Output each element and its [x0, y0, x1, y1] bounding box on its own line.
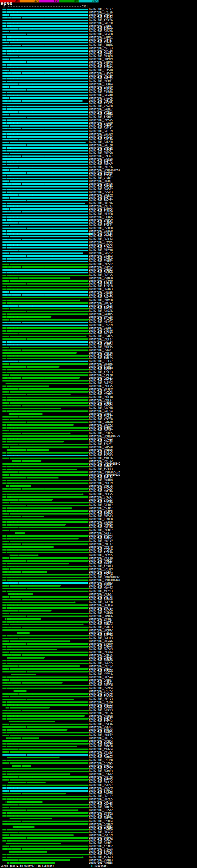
hit-bar[interactable] — [2, 491, 88, 492]
hit-bar[interactable] — [2, 361, 88, 362]
hit-label[interactable]: UniRef100_Q6K7E8 — [89, 803, 113, 806]
hit-bar[interactable] — [2, 399, 88, 401]
hit-bar[interactable] — [9, 818, 52, 819]
hit-bar[interactable] — [2, 662, 88, 664]
hit-label[interactable]: UniRef100_B9EZU8 — [89, 684, 113, 687]
hit-bar[interactable] — [2, 433, 70, 434]
hit-label[interactable]: UniRef100_B9T6U4 — [89, 623, 113, 626]
hit-bar[interactable] — [2, 798, 88, 800]
hit-label[interactable]: UniRef100_C5YV48 — [89, 792, 113, 795]
hit-bar[interactable] — [2, 380, 88, 381]
hit-label[interactable]: UniRef100_P0817D — [89, 99, 113, 102]
hit-label[interactable]: UniRef100_B7FJM8 — [89, 759, 113, 762]
hit-label[interactable]: UniRef100_Q8H3K6 — [89, 692, 113, 695]
hit-bar[interactable] — [2, 823, 88, 825]
hit-bar[interactable] — [2, 313, 88, 315]
hit-bar[interactable] — [2, 829, 88, 831]
hit-bar[interactable] — [2, 502, 88, 503]
hit-label[interactable]: UniRef100_B9G1V3 — [89, 698, 113, 701]
hit-bar[interactable] — [8, 782, 45, 783]
hit-label[interactable]: UniRef100_A2Y7G3 — [89, 801, 113, 803]
hit-label[interactable]: UniRef100_Q9M5D3 — [89, 404, 113, 407]
hit-bar[interactable] — [2, 388, 88, 390]
hit-bar[interactable] — [2, 577, 88, 578]
hit-bar[interactable] — [2, 291, 88, 293]
hit-label[interactable]: UniRef100_B9RZV7 — [89, 163, 113, 166]
hit-bar[interactable] — [2, 372, 88, 373]
hit-bar[interactable] — [2, 718, 88, 720]
hit-bar[interactable] — [7, 862, 55, 864]
hit-bar[interactable] — [2, 471, 88, 473]
hit-label[interactable]: UniRef100_Q39870 — [89, 86, 113, 88]
hit-bar[interactable] — [2, 557, 88, 559]
hit-label[interactable]: UniRef100_A1DCH9 — [89, 285, 113, 288]
hit-bar[interactable] — [2, 488, 88, 490]
hit-bar[interactable] — [2, 23, 88, 24]
hit-bar[interactable] — [2, 596, 88, 598]
hit-label[interactable]: UniRef100_A7QFL9 — [89, 548, 113, 551]
hit-bar[interactable] — [2, 64, 88, 66]
hit-label[interactable]: UniRef100_Q9SPC9 — [89, 219, 113, 221]
hit-label[interactable]: UniRef100_Q8W496 — [89, 183, 113, 185]
hit-bar[interactable] — [2, 723, 88, 725]
hit-label[interactable]: UniRef100_B7Z176 — [89, 11, 113, 13]
hit-label[interactable]: UniRef100_Q76172 — [89, 379, 113, 382]
hit-label[interactable]: UniRef100_B9FN87 — [89, 529, 113, 532]
hit-label[interactable]: UniRef100_Q9LUW0 — [89, 271, 113, 274]
hit-label[interactable]: UniRef100_B6SX22 — [89, 704, 113, 706]
hit-label[interactable]: UniRef100_Q4JME6 — [89, 113, 113, 116]
hit-label[interactable]: UniRef100_Q93WZ2 — [89, 269, 113, 271]
hit-bar[interactable] — [2, 324, 88, 326]
hit-label[interactable]: UniRef100_A7Q9V5 — [89, 762, 113, 765]
hit-label[interactable]: UniRef100_B6FF14 — [89, 238, 113, 241]
hit-bar[interactable] — [2, 108, 88, 110]
hit-bar[interactable] — [11, 674, 36, 675]
hit-bar[interactable] — [2, 258, 88, 259]
hit-bar[interactable] — [2, 713, 88, 714]
hit-bar[interactable] — [2, 424, 73, 426]
hit-bar[interactable] — [2, 604, 88, 606]
hit-bar[interactable] — [2, 161, 88, 162]
hit-label[interactable]: UniRef100_B4FTA6 — [89, 634, 113, 637]
hit-label[interactable]: UniRef100_B9S3F7 — [89, 717, 113, 720]
hit-label[interactable]: UniRef100_Q0J758 — [89, 595, 113, 598]
hit-bar[interactable] — [9, 413, 42, 415]
hit-label[interactable]: UniRef100_C1P0H4 — [89, 246, 113, 249]
hit-label[interactable]: UniRef100_Q2QB71 — [89, 570, 113, 573]
hit-bar[interactable] — [2, 845, 88, 847]
hit-bar[interactable] — [2, 466, 88, 467]
hit-bar[interactable] — [2, 405, 88, 406]
hit-label[interactable]: UniRef100_B7FGN2 — [89, 773, 113, 776]
hit-label[interactable]: UniRef100_C4P940 — [89, 280, 113, 282]
hit-bar[interactable] — [2, 283, 88, 284]
hit-label[interactable]: UniRef100_B9IJA6 — [89, 490, 113, 493]
hit-label[interactable]: UniRef100_A7NZC2 — [89, 438, 113, 440]
hit-label[interactable]: UniRef100_B9SSD1 — [89, 765, 113, 767]
hit-label[interactable]: UniRef100_A5HN57 — [89, 507, 113, 509]
hit-label[interactable]: UniRef100_Q43190 — [89, 138, 113, 141]
hit-bar[interactable] — [2, 17, 88, 19]
hit-label[interactable]: UniRef100_B9F0X4 — [89, 812, 113, 814]
hit-label[interactable]: UniRef100_B3TQK8 — [89, 61, 113, 63]
hit-label[interactable]: UniRef100_B9SVF5 — [89, 554, 113, 557]
hit-label[interactable]: UniRef100_Q9ZFT5 — [89, 346, 113, 349]
hit-bar[interactable] — [2, 125, 88, 127]
hit-bar[interactable] — [2, 230, 88, 232]
hit-label[interactable]: UniRef100_Q9EQF9 — [89, 55, 113, 58]
hit-label[interactable]: UniRef100_B9HJ52 — [89, 751, 113, 753]
hit-bar[interactable] — [2, 702, 88, 703]
hit-bar[interactable] — [2, 374, 88, 376]
hit-label[interactable]: UniRef100_A9QVF7 — [89, 368, 113, 371]
hit-label[interactable]: UniRef100_B9I757 — [89, 196, 113, 199]
hit-label[interactable]: UniRef100_Q9LXL4 — [89, 321, 113, 324]
hit-label[interactable]: UniRef100_A3ALS8 — [89, 232, 113, 235]
hit-label[interactable]: UniRef100_A7PYL4 — [89, 720, 113, 723]
hit-label[interactable]: UniRef100_Q7XTL6 — [89, 573, 113, 576]
hit-bar[interactable] — [2, 580, 88, 581]
hit-label[interactable]: UniRef100_Q9M604 — [89, 52, 113, 55]
hit-bar[interactable] — [2, 776, 88, 778]
hit-label[interactable]: UniRef100_A9PG84 — [89, 748, 113, 751]
hit-bar[interactable] — [2, 233, 92, 235]
hit-label[interactable]: UniRef100_B3TQK5 — [89, 208, 113, 210]
hit-label[interactable]: UniRef100_Q5JM52 — [89, 582, 113, 584]
